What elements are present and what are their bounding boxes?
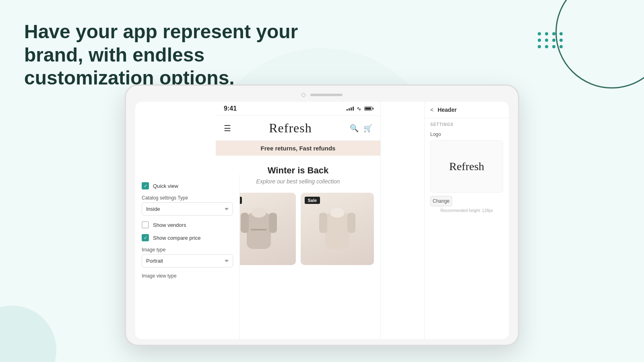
svg-rect-3: [269, 213, 277, 233]
image-type-select[interactable]: Portrait Square Landscape: [142, 254, 233, 267]
phone-mockup: 9:41 ∿ ☰ Refresh: [216, 102, 381, 339]
sweater-svg-2: [317, 201, 357, 257]
phone-status-bar: 9:41 ∿: [216, 102, 380, 116]
header-panel-title-bar: < Header: [425, 102, 509, 118]
recommended-height-text: Recommended height: 128px: [430, 208, 503, 213]
quick-view-checkbox[interactable]: [142, 182, 149, 189]
settings-section-label: SETTINGS: [425, 118, 509, 128]
image-type-group: Image type Portrait Square Landscape: [142, 247, 233, 267]
promo-banner: Free returns, Fast refunds: [216, 141, 380, 156]
search-icon[interactable]: 🔍: [350, 124, 359, 133]
show-vendors-row[interactable]: Show vendors: [142, 221, 233, 228]
wifi-icon: ∿: [357, 105, 361, 112]
header-panel: < Header SETTINGS Logo Refresh Change Re…: [424, 102, 509, 339]
phone-nav-bar: ☰ Refresh 🔍 🛒: [216, 116, 380, 141]
svg-rect-7: [319, 213, 327, 233]
logo-preview-box: Refresh: [430, 140, 503, 193]
collection-header: Winter is Back Explore our best selling …: [216, 156, 380, 189]
show-compare-price-label: Show compare price: [153, 235, 201, 241]
brand-name: Refresh: [269, 121, 312, 136]
hamburger-icon[interactable]: ☰: [224, 123, 231, 133]
phone-status-icons: ∿: [347, 105, 372, 112]
catalog-type-label: Catalog settings Type: [142, 195, 233, 201]
banner-text: Free returns, Fast refunds: [261, 145, 336, 152]
product-grid: Sale Sale: [216, 189, 380, 269]
bg-circle-top-right: [555, 0, 644, 88]
battery-icon: [364, 107, 372, 111]
dots-decoration: [538, 32, 564, 48]
product-image-2: Sale: [301, 193, 374, 265]
svg-rect-0: [247, 213, 271, 249]
nav-icons: 🔍 🛒: [350, 124, 372, 133]
collection-subtitle: Explore our best selling collection: [224, 178, 372, 185]
show-vendors-label: Show vendors: [153, 222, 186, 228]
settings-panel: Quick view Catalog settings Type Inside …: [135, 174, 240, 339]
heading-line1: Have your app represent your brand, with…: [24, 21, 298, 66]
svg-rect-2: [241, 213, 249, 233]
svg-rect-5: [325, 213, 349, 249]
image-view-type-group: Image view type: [142, 273, 233, 280]
logo-preview-text: Refresh: [449, 160, 484, 173]
tablet-screen: Quick view Catalog settings Type Inside …: [135, 102, 509, 339]
show-vendors-checkbox[interactable]: [142, 221, 149, 228]
image-type-label: Image type: [142, 247, 233, 253]
quick-view-label: Quick view: [153, 183, 178, 189]
collection-title: Winter is Back: [224, 165, 372, 176]
tablet-home-bar: [310, 94, 343, 96]
back-arrow-icon[interactable]: <: [430, 107, 433, 113]
svg-point-6: [330, 208, 345, 218]
logo-section: Logo Refresh Change Recommended height: …: [425, 128, 509, 216]
bg-circle-bottom-left: [0, 306, 56, 362]
tablet-frame: Quick view Catalog settings Type Inside …: [125, 84, 519, 346]
image-view-type-label: Image view type: [142, 273, 233, 279]
tablet-top-bar: [301, 93, 343, 97]
quick-view-row[interactable]: Quick view: [142, 182, 233, 189]
show-compare-price-row[interactable]: Show compare price: [142, 234, 233, 241]
tablet-camera: [301, 93, 305, 97]
phone-time: 9:41: [224, 105, 237, 112]
logo-section-label: Logo: [430, 132, 503, 137]
svg-rect-4: [251, 229, 267, 230]
catalog-type-group: Catalog settings Type Inside Outside Ove…: [142, 195, 233, 216]
header-panel-title: Header: [438, 107, 456, 113]
signal-icon: [347, 107, 354, 111]
product-card-2[interactable]: Sale: [301, 193, 374, 265]
sale-badge-2: Sale: [305, 197, 320, 204]
cart-icon[interactable]: 🛒: [363, 124, 372, 133]
sweater-svg-1: [239, 201, 279, 257]
svg-rect-8: [347, 213, 355, 233]
show-compare-price-checkbox[interactable]: [142, 234, 149, 241]
catalog-type-select[interactable]: Inside Outside Overlay: [142, 202, 233, 216]
svg-point-1: [252, 208, 266, 218]
change-logo-button[interactable]: Change: [430, 196, 452, 206]
